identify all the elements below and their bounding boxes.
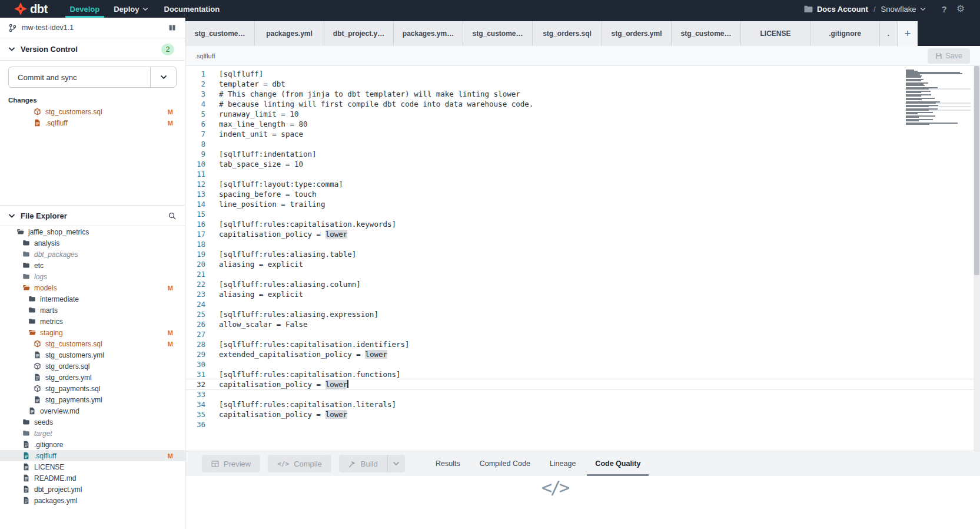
tree-item-license[interactable]: LICENSE [0,461,185,472]
code-line-25[interactable]: 25[sqlfluff:rules:aliasing.expression] [185,309,972,319]
build-options-caret[interactable] [387,455,405,472]
code-line-2[interactable]: 2templater = dbt [185,79,972,89]
panels-icon[interactable] [168,24,177,32]
save-button[interactable]: Save [928,48,971,64]
tree-item-logs[interactable]: logs [0,271,185,282]
file-tab[interactable]: stg_orders.yml [602,21,672,46]
nav-item-documentation[interactable]: Documentation [164,0,220,18]
file-tab[interactable]: stg_custome… [185,21,255,46]
code-line-13[interactable]: 13spacing_before = touch [185,189,972,199]
tree-item-models[interactable]: modelsM [0,282,185,293]
scrollbar-thumb[interactable] [974,66,979,275]
file-tab[interactable]: dbt_project.y… [324,21,394,46]
code-line-21[interactable]: 21 [185,269,972,279]
new-tab-button[interactable]: + [898,21,918,46]
code-line-18[interactable]: 18 [185,239,972,249]
file-tab[interactable]: .gitignore [810,21,880,46]
file-tab[interactable]: stg_custome… [463,21,533,46]
dbt-logo[interactable]: dbt [14,2,48,16]
code-line-26[interactable]: 26allow_scalar = False [185,319,972,329]
tree-item-etc[interactable]: etc [0,260,185,271]
commit-and-sync-button[interactable]: Commit and sync [8,67,177,88]
tab-lineage[interactable]: Lineage [550,451,576,476]
code-area[interactable]: 1[sqlfluff]2templater = dbt3# This chang… [185,69,972,429]
file-tab[interactable]: packages.yml [255,21,324,46]
code-line-20[interactable]: 20aliasing = explicit [185,259,972,269]
code-line-30[interactable]: 30 [185,359,972,369]
file-tab[interactable]: stg_orders.sql [533,21,602,46]
change-item[interactable]: .sqlfluffM [0,117,185,128]
tree-item-jaffle-shop-metrics[interactable]: jaffle_shop_metrics [0,226,185,237]
file-tab[interactable]: . [880,21,898,46]
code-line-23[interactable]: 23aliasing = explicit [185,289,972,299]
tree-item-overview-md[interactable]: overview.md [0,405,185,416]
tab-code-quality[interactable]: Code Quality [595,451,640,476]
tree-item-staging[interactable]: stagingM [0,327,185,338]
build-button[interactable]: Build [339,455,387,472]
tree-item-intermediate[interactable]: intermediate [0,293,185,305]
code-line-9[interactable]: 9[sqlfluff:indentation] [185,149,972,159]
code-line-10[interactable]: 10tab_space_size = 10 [185,159,972,169]
branch-name[interactable]: mw-test-idev1.1 [22,24,74,32]
environment-name[interactable]: Snowflake [881,5,916,14]
code-line-33[interactable]: 33 [185,389,972,399]
code-line-31[interactable]: 31[sqlfluff:rules:capitalisation.functio… [185,369,972,379]
code-line-7[interactable]: 7indent_unit = space [185,129,972,139]
tree-item--gitignore[interactable]: .gitignore [0,439,185,450]
code-line-3[interactable]: 3# This change (from jinja to dbt templa… [185,89,972,99]
code-line-14[interactable]: 14line_position = trailing [185,199,972,209]
tree-item-stg-payments-sql[interactable]: stg_payments.sql [0,383,185,394]
code-line-27[interactable]: 27 [185,329,972,339]
code-line-8[interactable]: 8 [185,139,972,149]
file-tab[interactable]: LICENSE [741,21,810,46]
help-icon[interactable]: ? [941,4,946,14]
code-line-24[interactable]: 24 [185,299,972,309]
code-line-17[interactable]: 17capitalisation_policy = lower [185,229,972,239]
tree-item-dbt-packages[interactable]: dbt_packages [0,249,185,260]
tree-item-stg-orders-yml[interactable]: stg_orders.yml [0,372,185,383]
tab-compiled-code[interactable]: Compiled Code [480,451,530,476]
code-line-32[interactable]: 32capitalisation_policy = lower [185,379,972,389]
compile-button[interactable]: </> Compile [268,455,331,472]
tree-item-readme-md[interactable]: README.md [0,472,185,484]
tree-item-seeds[interactable]: seeds [0,416,185,428]
code-line-19[interactable]: 19[sqlfluff:rules:aliasing.table] [185,249,972,259]
chevron-down-icon[interactable] [150,67,176,87]
gear-icon[interactable]: ⚙ [956,4,965,14]
code-line-22[interactable]: 22[sqlfluff:rules:aliasing.column] [185,279,972,289]
preview-button[interactable]: Preview [202,455,260,472]
code-line-5[interactable]: 5runaway_limit = 10 [185,109,972,119]
tree-item--sqlfluff[interactable]: .sqlfluffM [0,450,185,461]
tree-item-metrics[interactable]: metrics [0,316,185,327]
change-item[interactable]: stg_customers.sqlM [0,106,185,117]
nav-item-develop[interactable]: Develop [70,0,100,18]
code-line-35[interactable]: 35capitalisation_policy = lower [185,409,972,419]
tree-item-target[interactable]: target [0,428,185,439]
version-control-header[interactable]: Version Control 2 [0,38,185,61]
account-name[interactable]: Docs Account [817,5,868,14]
file-explorer-header[interactable]: File Explorer [0,205,185,226]
tree-item-stg-orders-sql[interactable]: stg_orders.sql [0,361,185,372]
tree-item-packages-yml[interactable]: packages.yml [0,495,185,506]
nav-item-deploy[interactable]: Deploy [114,0,148,18]
tree-item-stg-customers-yml[interactable]: stg_customers.yml [0,349,185,361]
code-line-16[interactable]: 16[sqlfluff:rules:capitalisation.keyword… [185,219,972,229]
tab-results[interactable]: Results [436,451,460,476]
tree-item-stg-customers-sql[interactable]: stg_customers.sqlM [0,338,185,349]
code-line-6[interactable]: 6max_line_length = 80 [185,119,972,129]
code-line-28[interactable]: 28[sqlfluff:rules:capitalisation.identif… [185,339,972,349]
minimap[interactable] [905,70,971,125]
search-icon[interactable] [168,211,177,220]
tree-item-dbt-project-yml[interactable]: dbt_project.yml [0,484,185,495]
tree-item-analysis[interactable]: analysis [0,237,185,249]
code-line-1[interactable]: 1[sqlfluff] [185,69,972,79]
code-line-29[interactable]: 29extended_capitalisation_policy = lower [185,349,972,359]
chevron-down-icon[interactable] [920,7,926,11]
file-tab[interactable]: packages.ym… [394,21,463,46]
code-line-34[interactable]: 34[sqlfluff:rules:capitalisation.literal… [185,399,972,409]
tree-item-marts[interactable]: marts [0,305,185,316]
code-line-12[interactable]: 12[sqlfluff:layout:type:comma] [185,179,972,189]
file-tab[interactable]: stg_custome… [672,21,741,46]
tree-item-stg-payments-yml[interactable]: stg_payments.yml [0,394,185,405]
code-line-15[interactable]: 15 [185,209,972,219]
